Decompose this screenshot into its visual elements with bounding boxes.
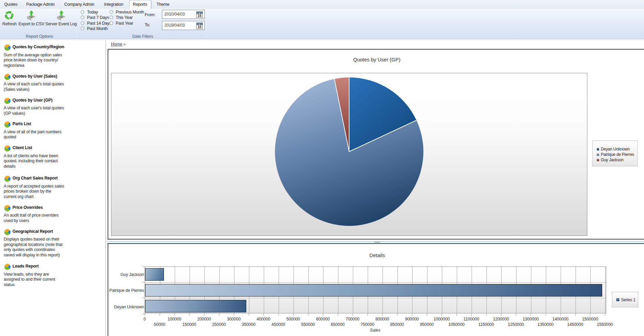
svg-text:15: 15: [198, 13, 202, 18]
svg-text:15: 15: [198, 25, 202, 29]
